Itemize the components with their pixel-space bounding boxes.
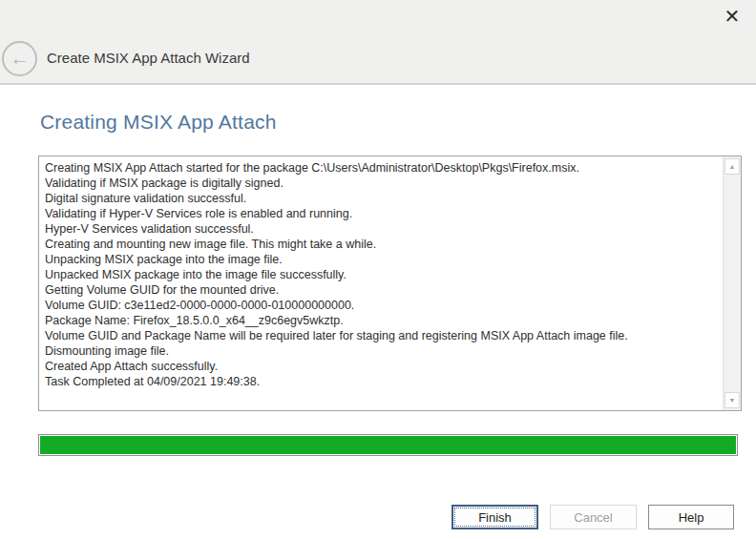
log-line: Task Completed at 04/09/2021 19:49:38. — [45, 374, 723, 389]
back-arrow-icon: ← — [10, 48, 30, 69]
log-line: Dismounting image file. — [45, 343, 723, 359]
progress-fill — [40, 436, 736, 454]
log-line: Creating and mounting new image file. Th… — [45, 237, 723, 252]
log-line: Getting Volume GUID for the mounted driv… — [45, 282, 723, 298]
wizard-title: Create MSIX App Attach Wizard — [47, 50, 250, 66]
log-line: Validating if Hyper-V Services role is e… — [45, 206, 723, 221]
log-line: Unpacked MSIX package into the image fil… — [45, 267, 723, 282]
log-line: Validating if MSIX package is digitally … — [45, 176, 723, 191]
log-line: Unpacking MSIX package into the image fi… — [45, 252, 723, 267]
scroll-up-icon[interactable]: ▲ — [724, 158, 740, 175]
wizard-window: ← Create MSIX App Attach Wizard ✕ Creati… — [0, 0, 756, 539]
log-scrollbar[interactable]: ▲ ▼ — [723, 156, 741, 410]
help-button[interactable]: Help — [648, 505, 734, 529]
log-line: Creating MSIX App Attach started for the… — [45, 160, 723, 176]
wizard-header: ← Create MSIX App Attach Wizard — [0, 0, 756, 85]
back-button[interactable]: ← — [2, 41, 37, 76]
close-icon[interactable]: ✕ — [720, 4, 745, 29]
scroll-down-icon[interactable]: ▼ — [724, 392, 740, 408]
log-line: Created App Attach successfully. — [45, 359, 723, 374]
finish-button[interactable]: Finish — [452, 505, 538, 529]
log-panel: Creating MSIX App Attach started for the… — [38, 155, 742, 411]
log-line: Hyper-V Services validation successful. — [45, 221, 723, 237]
cancel-button: Cancel — [550, 505, 637, 529]
log-line: Volume GUID and Package Name will be req… — [45, 328, 723, 343]
log-line: Volume GUID: c3e11ed2-0000-0000-0000-010… — [45, 298, 723, 313]
page-title: Creating MSIX App Attach — [40, 111, 277, 134]
log-output[interactable]: Creating MSIX App Attach started for the… — [39, 156, 723, 410]
progress-bar — [38, 434, 738, 456]
log-line: Digital signature validation successful. — [45, 191, 723, 206]
log-line: Package Name: Firefox_18.5.0.0_x64__z9c6… — [45, 313, 723, 328]
